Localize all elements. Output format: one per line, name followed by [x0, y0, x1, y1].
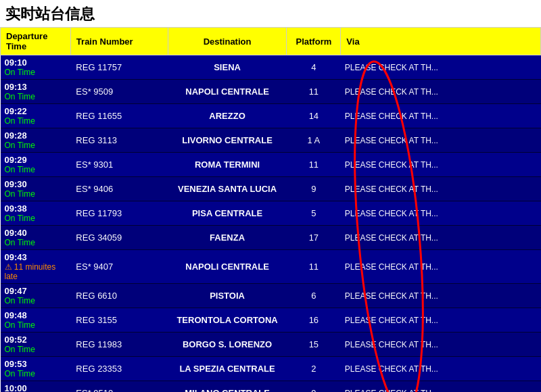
- header-destination: Destination: [168, 28, 287, 55]
- departure-status: On Time: [5, 165, 67, 174]
- train-number-cell: REG 11757: [70, 55, 168, 80]
- destination-cell: MILANO CENTRALE: [168, 381, 287, 393]
- departure-status: On Time: [5, 369, 67, 378]
- via-cell: PLEASE CHECK AT TH...: [341, 333, 541, 357]
- destination-cell: ROMA TERMINI: [168, 153, 287, 177]
- departure-status: On Time: [5, 92, 67, 101]
- train-number-cell: REG 6610: [70, 284, 168, 308]
- departure-time-cell: 09:13On Time: [1, 80, 71, 104]
- departure-time-value: 09:22: [5, 106, 67, 116]
- via-cell: PLEASE CHECK AT TH...: [341, 357, 541, 381]
- train-number-cell: ES* 9301: [70, 153, 168, 177]
- departure-time-cell: 09:10On Time: [1, 55, 71, 80]
- via-cell: PLEASE CHECK AT TH...: [341, 226, 541, 250]
- departure-status: On Time: [5, 320, 67, 330]
- departure-time-value: 09:43: [5, 252, 67, 262]
- via-cell: PLEASE CHECK AT TH...: [341, 80, 541, 104]
- platform-cell: 5: [287, 201, 341, 226]
- train-number-cell: REG 23353: [70, 357, 168, 381]
- table-row: 09:38On TimeREG 11793PISA CENTRALE5PLEAS…: [1, 201, 541, 226]
- departure-status: ⚠ 11 minuites late: [5, 262, 67, 281]
- train-number-cell: ES* 9407: [70, 250, 168, 284]
- header-via: Via: [341, 28, 541, 55]
- destination-cell: BORGO S. LORENZO: [168, 333, 287, 357]
- destination-cell: NAPOLI CENTRALE: [168, 250, 287, 284]
- platform-cell: 15: [287, 333, 341, 357]
- destination-cell: PISTOIA: [168, 284, 287, 308]
- departure-time-value: 09:38: [5, 203, 67, 214]
- via-cell: PLEASE CHECK AT TH...: [341, 55, 541, 80]
- departure-status: On Time: [5, 68, 67, 77]
- destination-cell: PISA CENTRALE: [168, 201, 287, 226]
- platform-cell: 4: [287, 55, 341, 80]
- departure-time-value: 09:47: [5, 286, 67, 296]
- departure-time-cell: 09:40On Time: [1, 226, 71, 250]
- departure-time-cell: 09:28On Time: [1, 128, 71, 153]
- train-number-cell: ES* 9510: [70, 381, 168, 393]
- departure-time-cell: 09:38On Time: [1, 201, 71, 226]
- departure-status: On Time: [5, 189, 67, 199]
- via-cell: PLEASE CHECK AT TH...: [341, 153, 541, 177]
- via-cell: PLEASE CHECK AT TH...: [341, 308, 541, 333]
- table-row: 09:52On TimeREG 11983BORGO S. LORENZO15P…: [1, 333, 541, 357]
- platform-cell: 2: [287, 357, 341, 381]
- via-cell: PLEASE CHECK AT TH...: [341, 201, 541, 226]
- train-number-cell: REG 3113: [70, 128, 168, 153]
- departure-time-cell: 09:22On Time: [1, 104, 71, 128]
- table-row: 09:53On TimeREG 23353LA SPEZIA CENTRALE2…: [1, 357, 541, 381]
- table-row: 10:00On TimeES* 9510MILANO CENTRALE9PLEA…: [1, 381, 541, 393]
- platform-cell: 9: [287, 177, 341, 201]
- table-row: 09:22On TimeREG 11655AREZZO14PLEASE CHEC…: [1, 104, 541, 128]
- via-cell: PLEASE CHECK AT TH...: [341, 177, 541, 201]
- header-departure-time: Departure Time: [1, 28, 71, 55]
- train-number-cell: ES* 9406: [70, 177, 168, 201]
- train-number-cell: REG 11983: [70, 333, 168, 357]
- departure-time-cell: 09:52On Time: [1, 333, 71, 357]
- departure-status: On Time: [5, 141, 67, 150]
- train-number-cell: REG 3155: [70, 308, 168, 333]
- departure-time-value: 09:30: [5, 179, 67, 189]
- table-section: Departure Time Train Number Destination …: [0, 27, 541, 392]
- platform-cell: 9: [287, 381, 341, 393]
- destination-cell: NAPOLI CENTRALE: [168, 80, 287, 104]
- table-row: 09:30On TimeES* 9406VENEZIA SANTA LUCIA9…: [1, 177, 541, 201]
- via-cell: PLEASE CHECK AT TH...: [341, 381, 541, 393]
- platform-cell: 11: [287, 80, 341, 104]
- destination-cell: FAENZA: [168, 226, 287, 250]
- departure-status: On Time: [5, 345, 67, 354]
- table-row: 09:28On TimeREG 3113LIVORNO CENTRALE1 AP…: [1, 128, 541, 153]
- via-cell: PLEASE CHECK AT TH...: [341, 104, 541, 128]
- table-header-row: Departure Time Train Number Destination …: [1, 28, 541, 55]
- platform-cell: 16: [287, 308, 341, 333]
- destination-cell: LA SPEZIA CENTRALE: [168, 357, 287, 381]
- departure-time-cell: 09:43⚠ 11 minuites late: [1, 250, 71, 284]
- header-train-number: Train Number: [70, 28, 168, 55]
- departures-table: Departure Time Train Number Destination …: [0, 27, 541, 392]
- table-row: 09:13On TimeES* 9509NAPOLI CENTRALE11PLE…: [1, 80, 541, 104]
- departure-time-value: 09:52: [5, 335, 67, 345]
- platform-cell: 14: [287, 104, 341, 128]
- table-row: 09:47On TimeREG 6610PISTOIA6PLEASE CHECK…: [1, 284, 541, 308]
- departure-status: On Time: [5, 238, 67, 247]
- destination-cell: VENEZIA SANTA LUCIA: [168, 177, 287, 201]
- departure-time-value: 09:48: [5, 310, 67, 320]
- departure-time-value: 09:28: [5, 130, 67, 141]
- table-row: 09:40On TimeREG 34059FAENZA17PLEASE CHEC…: [1, 226, 541, 250]
- header-platform: Platform: [287, 28, 341, 55]
- platform-cell: 17: [287, 226, 341, 250]
- departure-time-value: 09:10: [5, 57, 67, 68]
- departure-time-value: 09:29: [5, 155, 67, 165]
- page-title: 实时站台信息: [0, 0, 541, 27]
- platform-cell: 11: [287, 250, 341, 284]
- departure-time-cell: 09:30On Time: [1, 177, 71, 201]
- train-number-cell: ES* 9509: [70, 80, 168, 104]
- destination-cell: LIVORNO CENTRALE: [168, 128, 287, 153]
- table-row: 09:10On TimeREG 11757SIENA4PLEASE CHECK …: [1, 55, 541, 80]
- departure-time-cell: 09:47On Time: [1, 284, 71, 308]
- departure-time-value: 09:13: [5, 82, 67, 92]
- destination-cell: AREZZO: [168, 104, 287, 128]
- via-cell: PLEASE CHECK AT TH...: [341, 128, 541, 153]
- train-number-cell: REG 11793: [70, 201, 168, 226]
- destination-cell: TERONTOLA CORTONA: [168, 308, 287, 333]
- destination-cell: SIENA: [168, 55, 287, 80]
